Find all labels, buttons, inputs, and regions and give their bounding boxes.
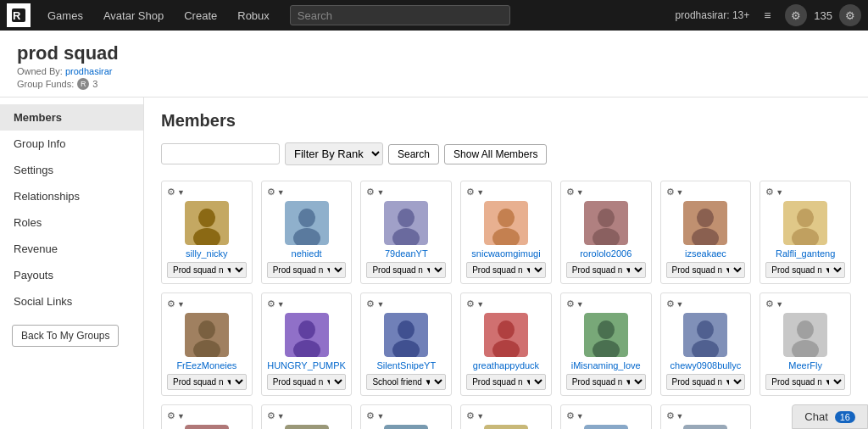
member-rank-select[interactable]: Prod squad n ▼: [167, 374, 247, 390]
member-gear-icon[interactable]: ⚙: [566, 410, 575, 421]
member-name[interactable]: Ralfli_ganteng: [776, 248, 835, 259]
member-search-input[interactable]: [161, 143, 280, 164]
show-all-members-button[interactable]: Show All Members: [444, 144, 547, 164]
sidebar-item-group-info[interactable]: Group Info: [0, 131, 143, 157]
member-name[interactable]: izseakaec: [685, 248, 726, 259]
member-gear-icon[interactable]: ⚙: [267, 187, 275, 198]
nav-games[interactable]: Games: [39, 9, 92, 22]
sidebar-item-members[interactable]: Members: [0, 104, 143, 131]
sidebar-item-roles[interactable]: Roles: [0, 209, 143, 236]
svg-rect-47: [285, 425, 329, 429]
member-dropdown-arrow[interactable]: ▼: [177, 188, 185, 197]
member-rank-select[interactable]: Prod squad n ▼: [765, 374, 845, 390]
group-title: prod squad: [17, 42, 851, 64]
search-input[interactable]: [298, 9, 503, 22]
member-gear-icon[interactable]: ⚙: [366, 187, 375, 198]
filter-by-rank-select[interactable]: Filter By Rank: [285, 142, 383, 165]
chat-bar[interactable]: Chat 16: [792, 404, 868, 429]
member-gear-icon[interactable]: ⚙: [466, 187, 475, 198]
member-dropdown-arrow[interactable]: ▼: [376, 412, 384, 421]
member-gear-icon[interactable]: ⚙: [267, 410, 275, 421]
member-dropdown-arrow[interactable]: ▼: [177, 300, 185, 309]
member-rank-select[interactable]: Prod squad n ▼: [566, 262, 646, 278]
nav-robux[interactable]: Robux: [229, 9, 278, 22]
nav-avatar-shop[interactable]: Avatar Shop: [95, 9, 172, 22]
member-dropdown-arrow[interactable]: ▼: [776, 300, 783, 309]
member-rank-select[interactable]: Prod squad n ▼: [267, 262, 347, 278]
member-dropdown-arrow[interactable]: ▼: [676, 300, 684, 309]
member-name[interactable]: MeerFly: [788, 360, 822, 370]
member-dropdown-arrow[interactable]: ▼: [576, 188, 584, 197]
member-dropdown-arrow[interactable]: ▼: [376, 300, 384, 309]
member-dropdown-arrow[interactable]: ▼: [576, 412, 584, 421]
member-gear-icon[interactable]: ⚙: [566, 187, 575, 198]
member-gear-icon[interactable]: ⚙: [765, 298, 774, 309]
member-dropdown-arrow[interactable]: ▼: [676, 412, 684, 421]
member-rank-select[interactable]: Prod squad n ▼: [666, 374, 746, 390]
member-gear-icon[interactable]: ⚙: [466, 298, 475, 309]
member-card-top: ⚙ ▼: [366, 187, 446, 198]
notifications-icon[interactable]: ≡: [756, 4, 778, 26]
member-rank-select-wrapper: Prod squad n ▼: [765, 374, 845, 390]
nav-create[interactable]: Create: [175, 9, 225, 22]
global-search-bar[interactable]: [290, 5, 510, 25]
member-gear-icon[interactable]: ⚙: [366, 410, 375, 421]
member-rank-select[interactable]: Prod squad n ▼: [466, 374, 546, 390]
member-gear-icon[interactable]: ⚙: [666, 187, 675, 198]
member-gear-icon[interactable]: ⚙: [167, 187, 175, 198]
member-name[interactable]: SilentSnipeYT: [376, 360, 436, 370]
member-rank-select[interactable]: Prod squad n ▼: [267, 374, 347, 390]
member-name[interactable]: greathappyduck: [473, 360, 539, 370]
member-gear-icon[interactable]: ⚙: [666, 410, 675, 421]
member-name[interactable]: snicwaomgimugi: [471, 248, 540, 259]
settings-gear-icon[interactable]: ⚙: [785, 4, 807, 26]
member-rank-select[interactable]: Prod squad n ▼: [765, 262, 845, 278]
member-gear-icon[interactable]: ⚙: [666, 298, 675, 309]
sidebar-item-revenue[interactable]: Revenue: [0, 236, 143, 262]
member-rank-select[interactable]: Prod squad n ▼: [466, 262, 546, 278]
member-dropdown-arrow[interactable]: ▼: [277, 188, 285, 197]
member-gear-icon[interactable]: ⚙: [566, 298, 575, 309]
member-dropdown-arrow[interactable]: ▼: [177, 412, 185, 421]
member-gear-icon[interactable]: ⚙: [167, 410, 175, 421]
member-rank-select[interactable]: Prod squad n ▼: [666, 262, 746, 278]
back-to-groups-button[interactable]: Back To My Groups: [12, 325, 119, 347]
member-card-top: ⚙ ▼: [466, 298, 546, 309]
owner-link[interactable]: prodhasirar: [65, 66, 113, 76]
member-gear-icon[interactable]: ⚙: [267, 298, 275, 309]
member-dropdown-arrow[interactable]: ▼: [277, 300, 285, 309]
member-dropdown-arrow[interactable]: ▼: [277, 412, 285, 421]
member-dropdown-arrow[interactable]: ▼: [476, 412, 484, 421]
member-name[interactable]: rorololo2006: [580, 248, 632, 259]
member-gear-icon[interactable]: ⚙: [466, 410, 475, 421]
member-rank-select[interactable]: Prod squad n ▼: [167, 262, 247, 278]
member-rank-select-wrapper: Prod squad n ▼: [466, 262, 546, 278]
sidebar-item-social-links[interactable]: Social Links: [0, 288, 143, 315]
member-gear-icon[interactable]: ⚙: [167, 298, 175, 309]
member-rank-select[interactable]: School friend ▼: [366, 374, 446, 390]
search-button[interactable]: Search: [388, 144, 439, 164]
sidebar-item-payouts[interactable]: Payouts: [0, 262, 143, 288]
member-dropdown-arrow[interactable]: ▼: [576, 300, 584, 309]
member-name[interactable]: HUNGRY_PUMPK: [267, 360, 346, 370]
svg-point-39: [697, 320, 714, 339]
member-name[interactable]: chewy0908bullyc: [670, 360, 742, 370]
robux-settings-icon[interactable]: ⚙: [839, 4, 861, 26]
member-rank-select[interactable]: Prod squad n ▼: [566, 374, 646, 390]
member-dropdown-arrow[interactable]: ▼: [376, 188, 384, 197]
member-name[interactable]: 79deanYT: [385, 248, 428, 259]
member-name[interactable]: iMisnaming_love: [571, 360, 641, 370]
member-dropdown-arrow[interactable]: ▼: [476, 188, 484, 197]
member-gear-icon[interactable]: ⚙: [765, 187, 774, 198]
member-dropdown-arrow[interactable]: ▼: [476, 300, 484, 309]
member-rank-select[interactable]: Prod squad n ▼: [366, 262, 446, 278]
member-name[interactable]: silly_nicky: [186, 248, 228, 259]
member-name[interactable]: nehiedt: [292, 248, 322, 259]
roblox-logo[interactable]: R: [7, 3, 31, 27]
sidebar-item-relationships[interactable]: Relationships: [0, 183, 143, 209]
member-name[interactable]: FrEezMoneies: [176, 360, 236, 370]
member-gear-icon[interactable]: ⚙: [366, 298, 375, 309]
member-dropdown-arrow[interactable]: ▼: [776, 188, 783, 197]
sidebar-item-settings[interactable]: Settings: [0, 157, 143, 183]
member-dropdown-arrow[interactable]: ▼: [676, 188, 684, 197]
